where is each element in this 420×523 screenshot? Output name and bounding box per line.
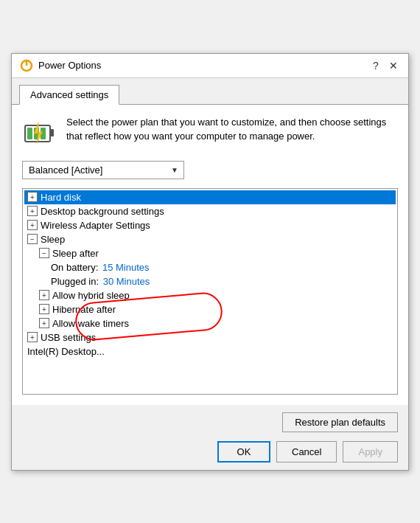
expand-wake-timers-icon[interactable]: +: [39, 318, 49, 328]
list-item-hybrid-sleep[interactable]: + Allow hybrid sleep: [24, 288, 396, 302]
dialog-title: Power Options: [38, 60, 101, 71]
close-button[interactable]: ✕: [386, 58, 401, 73]
wireless-label: Wireless Adapter Settings: [41, 220, 150, 231]
wake-timers-label: Allow wake timers: [52, 318, 129, 329]
plan-dropdown-wrapper[interactable]: Balanced [Active] High performance Power…: [22, 161, 184, 179]
on-battery-label: On battery: 15 Minutes: [51, 262, 150, 273]
apply-button[interactable]: Apply: [343, 441, 398, 463]
main-content: Select the power plan that you want to c…: [12, 105, 408, 405]
power-options-dialog: Power Options ? ✕ Advanced settings: [11, 53, 409, 471]
cancel-button[interactable]: Cancel: [276, 441, 337, 463]
more-label: Intel(R) Desktop...: [27, 346, 105, 357]
bottom-area: Restore plan defaults OK Cancel Apply: [12, 405, 408, 470]
list-item-more[interactable]: Intel(R) Desktop...: [24, 344, 396, 359]
power-plan-icon: [22, 115, 57, 150]
expand-wireless-icon[interactable]: +: [27, 220, 38, 230]
list-item-sleep-after[interactable]: 2 − Sleep after: [24, 246, 396, 260]
settings-annotation-wrap: + Hard disk + Desktop background setting…: [22, 188, 398, 395]
expand-hibernate-icon[interactable]: +: [39, 304, 49, 314]
power-icon-small: [19, 58, 34, 73]
desktop-bg-label: Desktop background settings: [41, 206, 164, 217]
sleep-label: Sleep: [41, 234, 65, 245]
expand-hybrid-sleep-icon[interactable]: +: [39, 290, 49, 300]
on-battery-value: 15 Minutes: [102, 262, 150, 273]
plan-dropdown-container: Balanced [Active] High performance Power…: [22, 161, 398, 179]
hybrid-sleep-label: Allow hybrid sleep: [52, 290, 130, 301]
usb-label: USB settings: [41, 332, 96, 343]
list-item-desktop-bg[interactable]: + Desktop background settings: [24, 204, 396, 218]
svg-rect-4: [27, 128, 32, 139]
list-item-wake-timers[interactable]: + Allow wake timers: [24, 316, 396, 330]
title-bar: Power Options ? ✕: [12, 54, 408, 78]
button-row: OK Cancel Apply: [22, 441, 398, 463]
hard-disk-label: Hard disk: [41, 192, 81, 203]
list-item-plugged-in[interactable]: Plugged in: 30 Minutes: [24, 274, 396, 288]
expand-sleep-icon[interactable]: −: [27, 234, 38, 244]
description-area: Select the power plan that you want to c…: [22, 115, 398, 150]
hibernate-label: Hibernate after: [52, 304, 116, 315]
plugged-in-label: Plugged in: 30 Minutes: [51, 276, 150, 287]
title-bar-left: Power Options: [19, 58, 101, 73]
list-item-hard-disk[interactable]: + Hard disk: [24, 190, 396, 204]
list-item-hibernate[interactable]: + Hibernate after: [24, 302, 396, 316]
expand-desktop-bg-icon[interactable]: +: [27, 206, 38, 216]
svg-rect-3: [50, 129, 54, 136]
plan-dropdown[interactable]: Balanced [Active] High performance Power…: [22, 161, 184, 179]
settings-list[interactable]: + Hard disk + Desktop background setting…: [22, 188, 398, 395]
list-item-usb[interactable]: + USB settings: [24, 330, 396, 344]
description-text: Select the power plan that you want to c…: [66, 115, 398, 144]
expand-sleep-after-icon[interactable]: −: [39, 248, 49, 258]
help-button[interactable]: ?: [368, 58, 383, 73]
expand-usb-icon[interactable]: +: [27, 332, 38, 342]
plugged-in-value: 30 Minutes: [103, 276, 150, 287]
sleep-after-label: Sleep after: [52, 248, 99, 259]
advanced-settings-tab[interactable]: Advanced settings: [19, 85, 119, 105]
title-bar-controls: ? ✕: [368, 58, 401, 73]
list-item-on-battery[interactable]: On battery: 15 Minutes: [24, 260, 396, 274]
restore-defaults-button[interactable]: Restore plan defaults: [282, 412, 398, 432]
list-item-wireless[interactable]: + Wireless Adapter Settings: [24, 218, 396, 232]
expand-hard-disk-icon[interactable]: +: [27, 192, 38, 202]
ok-button[interactable]: OK: [217, 441, 270, 463]
list-item-sleep[interactable]: 1 − Sleep: [24, 232, 396, 246]
tab-bar: Advanced settings: [12, 78, 408, 105]
